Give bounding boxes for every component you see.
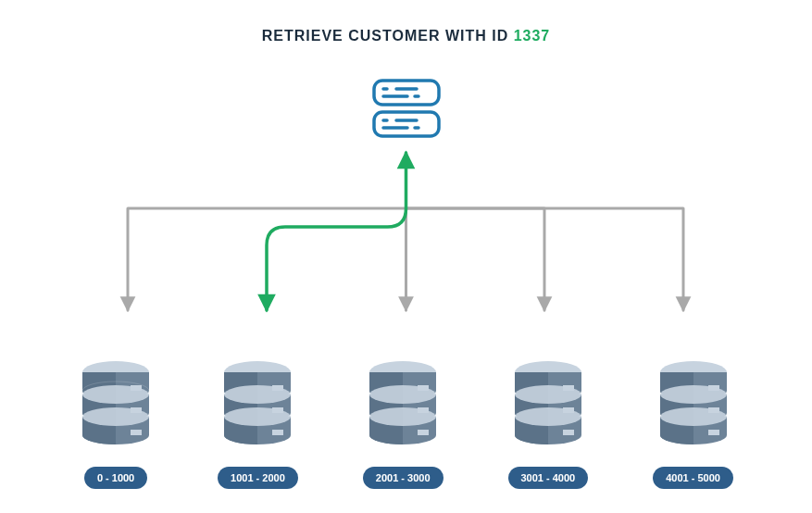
svg-rect-28 xyxy=(418,430,429,435)
svg-rect-34 xyxy=(563,430,574,435)
svg-point-13 xyxy=(82,385,149,404)
shard-range-pill: 2001 - 3000 xyxy=(363,467,443,489)
shard-node: 1001 - 2000 xyxy=(218,359,298,489)
svg-point-39 xyxy=(660,407,727,426)
svg-rect-40 xyxy=(708,430,719,435)
svg-rect-1 xyxy=(374,112,439,136)
svg-point-21 xyxy=(224,407,291,426)
shard-range-pill: 0 - 1000 xyxy=(84,467,147,489)
shard-range-pill: 3001 - 4000 xyxy=(508,467,589,489)
svg-point-15 xyxy=(82,407,149,426)
svg-point-37 xyxy=(660,385,727,404)
title-prefix: RETRIEVE CUSTOMER WITH ID xyxy=(262,28,514,44)
svg-point-33 xyxy=(515,407,581,426)
shard-range-pill: 4001 - 5000 xyxy=(653,467,733,489)
shard-node: 2001 - 3000 xyxy=(363,359,443,489)
arrow-shard-3 xyxy=(406,181,545,310)
arrow-shard-selected xyxy=(267,153,406,310)
shard-row: 0 - 1000 1001 - 2000 xyxy=(0,359,812,489)
svg-rect-0 xyxy=(374,81,439,105)
title-id: 1337 xyxy=(514,28,551,44)
database-icon xyxy=(366,359,440,452)
svg-point-31 xyxy=(515,385,581,404)
svg-point-27 xyxy=(369,407,436,426)
shard-node: 4001 - 5000 xyxy=(653,359,733,489)
database-icon xyxy=(511,359,585,452)
database-icon xyxy=(79,359,153,452)
database-icon xyxy=(220,359,294,452)
svg-point-19 xyxy=(224,385,291,404)
shard-range-pill: 1001 - 2000 xyxy=(218,467,298,489)
shard-node: 0 - 1000 xyxy=(79,359,153,489)
diagram-title: RETRIEVE CUSTOMER WITH ID 1337 xyxy=(0,28,812,44)
connector-arrows xyxy=(0,144,812,329)
svg-point-25 xyxy=(369,385,436,404)
database-icon xyxy=(656,359,731,452)
svg-rect-16 xyxy=(131,430,142,435)
server-icon xyxy=(370,76,443,144)
shard-node: 3001 - 4000 xyxy=(508,359,589,489)
svg-rect-22 xyxy=(272,430,283,435)
